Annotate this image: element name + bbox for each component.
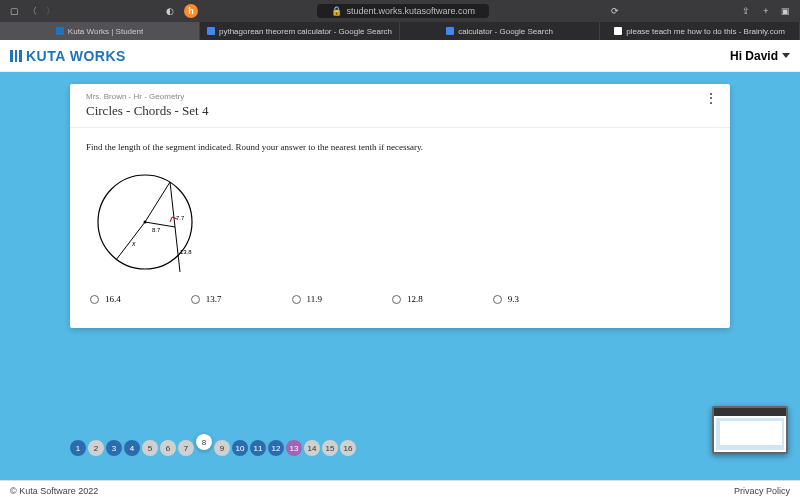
pager-button[interactable]: 14	[304, 440, 320, 456]
pager-button[interactable]: 10	[232, 440, 248, 456]
forward-icon[interactable]: 〉	[44, 5, 56, 17]
radio-icon	[392, 295, 401, 304]
tab-favicon-icon	[446, 27, 454, 35]
label-r: 8.7	[152, 227, 161, 233]
answer-option[interactable]: 9.3	[493, 294, 519, 304]
more-options-button[interactable]: ⋮	[704, 96, 718, 102]
tab-favicon-icon	[207, 27, 215, 35]
svg-line-5	[116, 222, 145, 260]
tabs-overview-icon[interactable]: ▣	[780, 5, 792, 17]
chevron-down-icon	[782, 53, 790, 58]
answer-label: 16.4	[105, 294, 121, 304]
label-x: x	[131, 240, 136, 247]
picture-in-picture-window[interactable]	[712, 406, 788, 454]
tab-strip: Kuta Works | Studentpythagorean theorem …	[0, 22, 800, 40]
question-card: ⋮ Mrs. Brown - Hr - Geometry Circles - C…	[70, 84, 730, 328]
sidebar-toggle-icon[interactable]: ▢	[8, 5, 20, 17]
pager-button[interactable]: 3	[106, 440, 122, 456]
answer-option[interactable]: 12.8	[392, 294, 423, 304]
geometry-diagram: 8.7 7.7 13.8 x	[90, 162, 714, 286]
back-icon[interactable]: 〈	[26, 5, 38, 17]
pager-button[interactable]: 12	[268, 440, 284, 456]
question-pager: 12345678910111213141516	[70, 440, 356, 456]
answer-option[interactable]: 16.4	[90, 294, 121, 304]
privacy-link[interactable]: Privacy Policy	[734, 486, 790, 496]
answer-option[interactable]: 13.7	[191, 294, 222, 304]
copyright-text: © Kuta Software 2022	[10, 486, 98, 496]
pager-button[interactable]: 9	[214, 440, 230, 456]
pager-button[interactable]: 5	[142, 440, 158, 456]
pager-button[interactable]: 8	[196, 434, 212, 450]
radio-icon	[292, 295, 301, 304]
answer-options: 16.413.711.912.89.3	[86, 294, 714, 304]
app-header: KUTA WORKS Hi David	[0, 40, 800, 72]
greeting-text: Hi David	[730, 49, 778, 63]
pager-button[interactable]: 16	[340, 440, 356, 456]
main-canvas: ⋮ Mrs. Brown - Hr - Geometry Circles - C…	[0, 72, 800, 480]
reload-icon[interactable]: ⟳	[609, 5, 621, 17]
divider	[70, 127, 730, 128]
answer-option[interactable]: 11.9	[292, 294, 322, 304]
browser-tab[interactable]: please teach me how to do this - Brainly…	[600, 22, 800, 40]
label-half: 7.7	[176, 215, 185, 221]
tab-favicon-icon	[56, 27, 64, 35]
answer-label: 13.7	[206, 294, 222, 304]
radio-icon	[493, 295, 502, 304]
pager-button[interactable]: 1	[70, 440, 86, 456]
honey-extension-icon[interactable]: h	[184, 4, 198, 18]
browser-toolbar: ▢ 〈 〉 ◐ h 🔒 student.works.kutasoftware.c…	[0, 0, 800, 22]
radio-icon	[191, 295, 200, 304]
url-text: student.works.kutasoftware.com	[346, 6, 475, 16]
app-footer: © Kuta Software 2022 Privacy Policy	[0, 480, 800, 500]
page-title: Circles - Chords - Set 4	[86, 103, 714, 119]
shield-icon[interactable]: ◐	[164, 5, 176, 17]
brand-text: KUTA WORKS	[26, 48, 126, 64]
tab-favicon-icon	[614, 27, 622, 35]
share-icon[interactable]: ⇪	[740, 5, 752, 17]
tab-label: calculator - Google Search	[458, 27, 553, 36]
user-menu[interactable]: Hi David	[730, 49, 790, 63]
label-chord: 13.8	[180, 249, 192, 255]
pager-button[interactable]: 11	[250, 440, 266, 456]
tab-label: please teach me how to do this - Brainly…	[626, 27, 785, 36]
breadcrumb: Mrs. Brown - Hr - Geometry	[86, 92, 714, 101]
pager-button[interactable]: 2	[88, 440, 104, 456]
answer-label: 9.3	[508, 294, 519, 304]
answer-label: 11.9	[307, 294, 322, 304]
new-tab-icon[interactable]: +	[760, 5, 772, 17]
pager-button[interactable]: 7	[178, 440, 194, 456]
pager-button[interactable]: 15	[322, 440, 338, 456]
brand-logo-icon	[10, 50, 22, 62]
browser-tab[interactable]: pythagorean theorem calculator - Google …	[200, 22, 400, 40]
answer-label: 12.8	[407, 294, 423, 304]
pager-button[interactable]: 6	[160, 440, 176, 456]
tab-label: Kuta Works | Student	[68, 27, 143, 36]
browser-tab[interactable]: Kuta Works | Student	[0, 22, 200, 40]
question-text: Find the length of the segment indicated…	[86, 142, 714, 152]
lock-icon: 🔒	[331, 6, 342, 16]
radio-icon	[90, 295, 99, 304]
tab-label: pythagorean theorem calculator - Google …	[219, 27, 392, 36]
pager-button[interactable]: 4	[124, 440, 140, 456]
pager-button[interactable]: 13	[286, 440, 302, 456]
brand[interactable]: KUTA WORKS	[10, 48, 126, 64]
browser-tab[interactable]: calculator - Google Search	[400, 22, 600, 40]
address-bar[interactable]: 🔒 student.works.kutasoftware.com	[317, 4, 489, 18]
svg-line-2	[145, 182, 170, 222]
